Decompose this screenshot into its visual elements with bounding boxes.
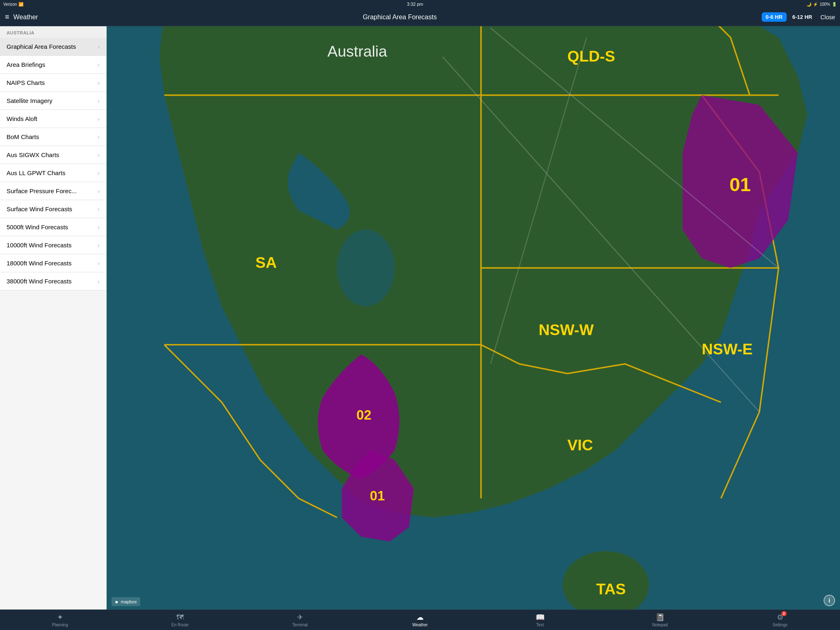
sidebar-item-9[interactable]: Surface Wind Forecasts› [0,200,106,218]
sidebar-item-label: Surface Pressure Forec... [7,187,77,194]
menu-button[interactable]: ≡ [5,13,9,21]
map-area[interactable]: 01 02 01 Australia QLD-S SA NSW-W NSW-E … [107,26,420,315]
sidebar-item-label: Aus LL GPWT Charts [7,169,65,176]
chevron-icon: › [98,242,100,249]
sidebar-item-12[interactable]: 18000ft Wind Forecasts› [0,254,106,272]
status-time: 3:32 pm [407,2,420,7]
sidebar-item-2[interactable]: NAIPS Charts› [0,74,106,92]
sidebar-item-5[interactable]: BoM Charts› [0,128,106,146]
sidebar-item-3[interactable]: Satellite Imagery› [0,92,106,110]
chevron-icon: › [98,43,100,50]
svg-text:Australia: Australia [327,43,387,60]
nav-center-title: Graphical Area Forecasts [38,14,420,21]
map-svg: 01 02 01 Australia QLD-S SA NSW-W NSW-E … [107,26,420,315]
sidebar-item-label: Surface Wind Forecasts [7,205,72,212]
sidebar-item-label: Winds Aloft [7,115,37,122]
sidebar-item-label: Satellite Imagery [7,97,52,104]
sidebar-section-header: AUSTRALIA [0,26,106,38]
nav-left-title: Weather [14,14,38,21]
sidebar-item-label: Graphical Area Forecasts [7,43,76,50]
chevron-icon: › [98,206,100,212]
chevron-icon: › [98,170,100,176]
sidebar-item-4[interactable]: Winds Aloft› [0,110,106,128]
chevron-icon: › [98,260,100,267]
sidebar-item-6[interactable]: Aus SIGWX Charts› [0,146,106,164]
sidebar-item-label: 10000ft Wind Forecasts [7,242,71,249]
sidebar-item-0[interactable]: Graphical Area Forecasts› [0,38,106,56]
chevron-icon: › [98,62,100,68]
status-left: Verizon 📶 [3,2,23,7]
sidebar-item-10[interactable]: 5000ft Wind Forecasts› [0,218,106,236]
sidebar-item-label: 18000ft Wind Forecasts [7,260,71,267]
wifi-icon: 📶 [18,2,23,7]
chevron-icon: › [98,224,100,231]
sidebar-item-13[interactable]: 38000ft Wind Forecasts› [0,272,106,290]
sidebar-item-label: 38000ft Wind Forecasts [7,278,71,285]
sidebar-item-label: 5000ft Wind Forecasts [7,224,68,231]
sidebar-item-7[interactable]: Aus LL GPWT Charts› [0,164,106,182]
sidebar: AUSTRALIA Graphical Area Forecasts›Area … [0,26,107,315]
svg-text:SA: SA [256,254,277,271]
chevron-icon: › [98,278,100,285]
sidebar-item-label: Area Briefings [7,61,45,68]
chevron-icon: › [98,152,100,158]
chevron-icon: › [98,116,100,122]
chevron-icon: › [98,80,100,86]
sidebar-item-label: BoM Charts [7,133,39,140]
chevron-icon: › [98,188,100,194]
status-bar: Verizon 📶 3:32 pm 🌙 ⚡ 100% 🔋 [0,0,420,8]
sidebar-item-8[interactable]: Surface Pressure Forec...› [0,182,106,200]
sidebar-item-11[interactable]: 10000ft Wind Forecasts› [0,236,106,254]
sidebar-item-label: Aus SIGWX Charts [7,151,59,158]
carrier-label: Verizon [3,2,17,7]
chevron-icon: › [98,134,100,140]
nav-bar: ≡ Weather Graphical Area Forecasts 0-6 H… [0,8,420,26]
sidebar-item-1[interactable]: Area Briefings› [0,56,106,74]
chevron-icon: › [98,98,100,104]
svg-point-3 [337,230,395,306]
sidebar-item-label: NAIPS Charts [7,79,45,86]
